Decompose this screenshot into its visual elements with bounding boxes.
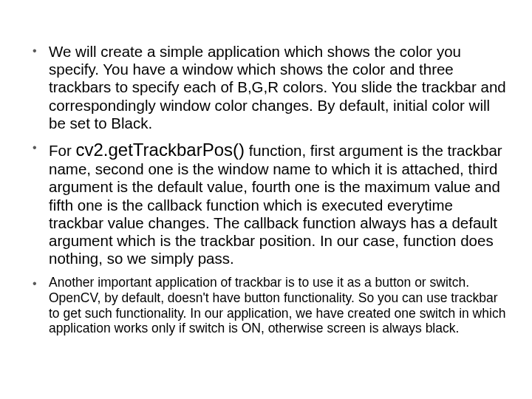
bullet-text-2-pre: For	[49, 142, 75, 159]
list-item: For cv2.getTrackbarPos() function, first…	[22, 140, 510, 267]
slide-body: We will create a simple application whic…	[0, 0, 532, 336]
bullet-text-1: We will create a simple application whic…	[49, 43, 506, 132]
bullet-list: We will create a simple application whic…	[22, 43, 510, 336]
code-function-name: cv2.getTrackbarPos()	[75, 140, 245, 160]
bullet-text-2-post: function, first argument is the trackbar…	[49, 142, 502, 267]
list-item: We will create a simple application whic…	[22, 43, 510, 132]
bullet-text-3: Another important application of trackba…	[49, 275, 505, 335]
list-item: Another important application of trackba…	[22, 275, 510, 336]
